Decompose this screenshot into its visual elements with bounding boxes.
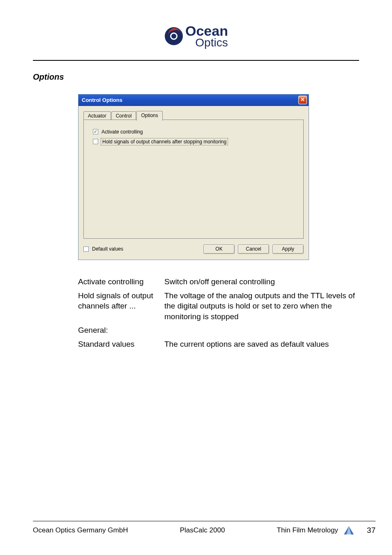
tab-options[interactable]: Options [136, 111, 162, 121]
logo-text-top: Ocean [185, 25, 228, 37]
dialog-title: Control Options [82, 97, 122, 103]
tab-panel-options: ✓ Activate controlling Hold signals of o… [83, 120, 304, 239]
footer-left: Ocean Optics Germany GmbH [33, 526, 128, 534]
footer-right: Thin Film Metrology [277, 526, 338, 534]
close-icon: ✕ [300, 97, 305, 103]
default-values-checkbox[interactable] [83, 246, 89, 252]
control-options-dialog: Control Options ✕ Actuator Control Optio… [78, 94, 309, 260]
activate-controlling-label: Activate controlling [101, 129, 143, 135]
desc-activate-right: Switch on/off general controlling [164, 276, 359, 287]
close-button[interactable]: ✕ [298, 96, 307, 104]
cancel-button-label: Cancel [246, 246, 261, 252]
page-footer: Ocean Optics Germany GmbH PlasCalc 2000 … [33, 521, 376, 535]
dialog-titlebar[interactable]: Control Options ✕ [78, 94, 309, 106]
logo-text-bottom: Optics [195, 37, 228, 48]
desc-hold-left: Hold signals of output channels after ..… [78, 290, 164, 311]
mikropack-logo-icon [343, 525, 355, 535]
tab-actuator-label: Actuator [88, 113, 106, 119]
tab-strip: Actuator Control Options [83, 111, 304, 120]
checkmark-icon: ✓ [94, 129, 97, 134]
default-values-label: Default values [92, 246, 123, 252]
hold-signals-checkbox[interactable] [93, 139, 98, 144]
tab-options-label: Options [141, 113, 158, 118]
desc-hold-right: The voltage of the analog outputs and th… [164, 290, 359, 322]
section-heading: Options [33, 72, 359, 82]
svg-point-2 [171, 34, 176, 39]
desc-general: General: [78, 325, 164, 336]
ocean-swirl-icon [164, 26, 184, 46]
desc-std-left: Standard values [78, 339, 164, 350]
desc-activate-left: Activate controlling [78, 276, 164, 287]
cancel-button[interactable]: Cancel [238, 244, 269, 254]
ok-button-label: OK [215, 246, 222, 252]
header-logo: Ocean Optics [33, 25, 359, 48]
header-divider [33, 60, 359, 61]
footer-center: PlasCalc 2000 [180, 526, 225, 534]
description-table: Activate controlling Switch on/off gener… [78, 276, 359, 350]
tab-control-label: Control [116, 113, 132, 119]
page-number: 37 [367, 526, 376, 535]
hold-signals-label: Hold signals of output channels after st… [101, 139, 227, 145]
desc-std-right: The current options are saved as default… [164, 339, 359, 350]
apply-button[interactable]: Apply [272, 244, 304, 254]
activate-controlling-checkbox[interactable]: ✓ [93, 129, 98, 134]
tab-actuator[interactable]: Actuator [83, 111, 111, 120]
tab-control[interactable]: Control [111, 111, 136, 120]
apply-button-label: Apply [282, 246, 294, 252]
footer-divider [33, 521, 376, 521]
ok-button[interactable]: OK [203, 244, 235, 254]
